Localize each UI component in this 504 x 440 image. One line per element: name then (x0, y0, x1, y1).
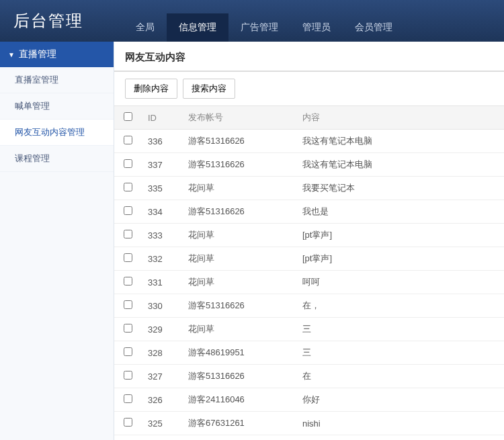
cell-id: 331 (141, 271, 181, 294)
cell-id: 326 (141, 388, 181, 412)
table-row: 335花间草我要买笔记本 (114, 177, 504, 200)
content: 网友互动内容 删除内容 搜索内容 ID 发布帐号 内容 336游客5131662… (114, 42, 504, 440)
sidebar-group-title: 直播管理 (19, 48, 56, 60)
table-row: 334游客51316626我也是 (114, 200, 504, 224)
cell-user: 游客67631261 (181, 435, 296, 441)
sidebar-items: 直播室管理喊单管理网友互动内容管理课程管理 (0, 67, 114, 172)
table-row: 330游客51316626在， (114, 294, 504, 318)
main-nav-item[interactable]: 会员管理 (343, 13, 405, 42)
row-checkbox[interactable] (124, 159, 132, 168)
cell-content: 呵呵 (296, 271, 504, 294)
main-nav-item[interactable]: 管理员 (290, 13, 343, 42)
cell-id: 332 (141, 247, 181, 271)
cell-user: 花间草 (181, 177, 296, 200)
table-row: 332花间草[pt掌声] (114, 247, 504, 271)
toolbar: 删除内容 搜索内容 (114, 72, 504, 105)
main-nav-item[interactable]: 广告管理 (228, 13, 290, 42)
cell-id: 328 (141, 341, 181, 365)
sidebar-item[interactable]: 喊单管理 (0, 93, 114, 120)
search-button[interactable]: 搜索内容 (183, 79, 235, 99)
row-checkbox[interactable] (124, 371, 132, 380)
sidebar: ▼ 直播管理 直播室管理喊单管理网友互动内容管理课程管理 (0, 42, 114, 440)
data-table: ID 发布帐号 内容 336游客51316626我这有笔记本电脑337游客513… (114, 105, 504, 440)
table-row: 328游客48619951三 (114, 341, 504, 365)
page-title: 网友互动内容 (114, 42, 504, 72)
row-checkbox[interactable] (124, 418, 132, 427)
cell-user: 花间草 (181, 247, 296, 271)
main-nav: 全局信息管理广告管理管理员会员管理 (124, 0, 405, 42)
sidebar-item[interactable]: 直播室管理 (0, 67, 114, 93)
cell-content: [pt掌声] (296, 224, 504, 247)
cell-id: 337 (141, 153, 181, 177)
table-row: 324游客67631261123 (114, 435, 504, 441)
col-header-content: 内容 (296, 106, 504, 130)
cell-id: 324 (141, 435, 181, 441)
cell-id: 336 (141, 130, 181, 153)
cell-content: 在， (296, 294, 504, 318)
row-checkbox[interactable] (124, 230, 132, 238)
table-row: 327游客51316626在 (114, 365, 504, 388)
cell-user: 游客48619951 (181, 341, 296, 365)
cell-id: 330 (141, 294, 181, 318)
cell-id: 335 (141, 177, 181, 200)
cell-user: 游客51316626 (181, 294, 296, 318)
main-nav-item[interactable]: 全局 (124, 13, 167, 42)
cell-id: 334 (141, 200, 181, 224)
table-row: 325游客67631261nishi (114, 412, 504, 435)
sidebar-item[interactable]: 网友互动内容管理 (0, 120, 114, 146)
cell-user: 游客24116046 (181, 388, 296, 412)
cell-content: [pt掌声] (296, 247, 504, 271)
delete-button[interactable]: 删除内容 (125, 79, 177, 99)
table-row: 331花间草呵呵 (114, 271, 504, 294)
cell-id: 325 (141, 412, 181, 435)
cell-user: 花间草 (181, 224, 296, 247)
logo: 后台管理 (13, 10, 83, 32)
sidebar-item[interactable]: 课程管理 (0, 146, 114, 172)
row-checkbox[interactable] (124, 253, 132, 262)
cell-user: 游客51316626 (181, 153, 296, 177)
cell-user: 游客51316626 (181, 130, 296, 153)
cell-user: 游客67631261 (181, 412, 296, 435)
table-row: 326游客24116046你好 (114, 388, 504, 412)
cell-content: 三 (296, 318, 504, 341)
table-row: 333花间草[pt掌声] (114, 224, 504, 247)
row-checkbox[interactable] (124, 394, 132, 403)
table-row: 336游客51316626我这有笔记本电脑 (114, 130, 504, 153)
cell-content: nishi (296, 412, 504, 435)
cell-content: 我这有笔记本电脑 (296, 130, 504, 153)
cell-content: 123 (296, 435, 504, 441)
cell-id: 333 (141, 224, 181, 247)
cell-user: 花间草 (181, 318, 296, 341)
cell-content: 你好 (296, 388, 504, 412)
row-checkbox[interactable] (124, 136, 132, 144)
cell-content: 我也是 (296, 200, 504, 224)
table-body: 336游客51316626我这有笔记本电脑337游客51316626我这有笔记本… (114, 130, 504, 441)
cell-user: 游客51316626 (181, 200, 296, 224)
row-checkbox[interactable] (124, 324, 132, 333)
row-checkbox[interactable] (124, 183, 132, 191)
cell-content: 三 (296, 341, 504, 365)
cell-content: 我这有笔记本电脑 (296, 153, 504, 177)
row-checkbox[interactable] (124, 347, 132, 356)
col-header-id: ID (141, 106, 181, 130)
sidebar-group-header[interactable]: ▼ 直播管理 (0, 42, 114, 67)
cell-id: 329 (141, 318, 181, 341)
row-checkbox[interactable] (124, 206, 132, 215)
chevron-down-icon: ▼ (8, 51, 15, 58)
row-checkbox[interactable] (124, 277, 132, 285)
select-all-checkbox[interactable] (124, 112, 132, 121)
row-checkbox[interactable] (124, 300, 132, 309)
main-nav-item[interactable]: 信息管理 (167, 13, 228, 42)
col-header-user: 发布帐号 (181, 106, 296, 130)
cell-content: 我要买笔记本 (296, 177, 504, 200)
col-header-check (114, 106, 141, 130)
cell-user: 游客51316626 (181, 365, 296, 388)
header: 后台管理 全局信息管理广告管理管理员会员管理 (0, 0, 504, 42)
cell-id: 327 (141, 365, 181, 388)
cell-user: 花间草 (181, 271, 296, 294)
table-row: 329花间草三 (114, 318, 504, 341)
table-row: 337游客51316626我这有笔记本电脑 (114, 153, 504, 177)
cell-content: 在 (296, 365, 504, 388)
